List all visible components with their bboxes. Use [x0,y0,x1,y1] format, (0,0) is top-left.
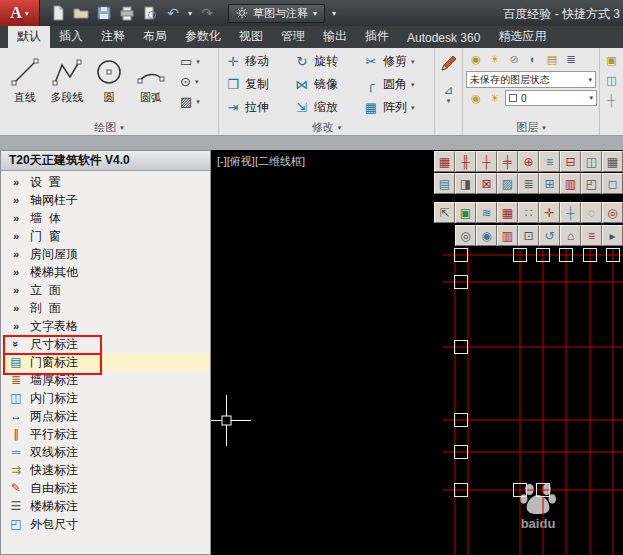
tz-toolbar-button[interactable]: ┼ [476,151,497,172]
tz-toolbar-button[interactable]: ╪ [497,151,518,172]
line-button[interactable]: 直线 [4,50,46,120]
tz-toolbar-button[interactable]: ▦ [497,202,518,223]
layer-tool-icon[interactable]: ◉ [467,51,485,67]
ribbon-tab[interactable]: Autodesk 360 [398,27,489,48]
tz-toolbar-button[interactable]: ◎ [455,225,476,246]
palette-item[interactable]: ↔ 两点标注 [1,407,210,425]
tz-toolbar-button[interactable]: ▦ [434,151,455,172]
palette-item[interactable]: ▤ 门窗标注 [1,353,210,371]
tz-toolbar-button[interactable]: ╫ [455,151,476,172]
draw-tool-button[interactable]: ▭ ▾ [172,54,214,69]
plot-icon[interactable] [119,5,135,21]
tz-toolbar-button[interactable]: ≡ [539,151,560,172]
tz-toolbar-button[interactable]: ∷ [518,202,539,223]
draw-tool-button[interactable]: ▨ ▾ [172,94,214,109]
tz-toolbar-button[interactable]: ▸ [602,225,623,246]
tz-toolbar-button[interactable]: ↺ [539,225,560,246]
palette-item[interactable]: » 轴网柱子 [1,191,210,209]
ribbon-tab[interactable]: 精选应用 [489,24,555,48]
ribbon-tab[interactable]: 视图 [230,24,272,48]
tz-toolbar-button[interactable]: ⊕ [518,151,539,172]
tz-toolbar-button[interactable]: ▤ [434,173,455,194]
palette-item[interactable]: » 墙 体 [1,209,210,227]
tz-toolbar-button[interactable]: ┼ [560,202,581,223]
modify-tool-button[interactable]: ⋈ 镜像 ▾ [294,76,361,93]
palette-item[interactable]: » 剖 面 [1,299,210,317]
palette-item[interactable]: ◰ 外包尺寸 [1,515,210,533]
modify-tool-button[interactable]: ↻ 旋转 ▾ [294,53,361,70]
tz-toolbar-button[interactable]: ◰ [581,173,602,194]
layer-tool-icon[interactable]: ≣ [562,51,580,67]
tz-toolbar-button[interactable]: ≋ [476,202,497,223]
modify-tool-button[interactable]: ⇲ 缩放 ▾ [294,99,361,116]
tz-toolbar-button[interactable]: ⇱ [434,202,455,223]
ribbon-tab[interactable]: 默认 [8,24,50,48]
undo-icon[interactable]: ↶ [165,5,181,21]
tz-toolbar-button[interactable]: ▥ [560,173,581,194]
tz-toolbar-button[interactable]: ⌂ [560,225,581,246]
palette-item[interactable]: ◫ 内门标注 [1,389,210,407]
palette-item[interactable]: ☰ 楼梯标注 [1,497,210,515]
app-menu-button[interactable]: A ▾ [0,0,40,26]
tz-toolbar-button[interactable]: ◌ [581,202,602,223]
modify-tool-button[interactable]: ✂ 修剪 ▾ [363,53,430,70]
layers-panel-label[interactable]: 图层▾ [463,120,599,135]
ribbon-tab[interactable]: 参数化 [176,24,230,48]
layer-visibility-icon[interactable]: ☀ [486,90,504,106]
arc-button[interactable]: 圆弧 [130,50,172,120]
viewport-controls[interactable]: [-][俯视][二维线框] [217,154,305,169]
palette-item[interactable]: » 楼梯其他 [1,263,210,281]
tz-toolbar-button[interactable]: ⊠ [476,173,497,194]
tz-toolbar-button[interactable]: ▨ [497,173,518,194]
ribbon-tab[interactable]: 注释 [92,24,134,48]
redo-icon[interactable]: ↷ [199,5,215,21]
ribbon-tab[interactable]: 输出 [314,24,356,48]
modify-tool-button[interactable]: ╭ 圆角 ▾ [363,76,430,93]
tz-toolbar-button[interactable]: ▣ [455,202,476,223]
tz-toolbar-button[interactable]: ◎ [602,202,623,223]
tz-toolbar-button[interactable]: ⊟ [560,151,581,172]
tz-toolbar-button[interactable]: ≣ [518,173,539,194]
tz-toolbar-button[interactable]: ≡ [581,225,602,246]
drawing-canvas[interactable]: [-][俯视][二维线框] baidu [211,150,623,555]
palette-item[interactable]: » 立 面 [1,281,210,299]
current-layer-combo[interactable]: 0 ▾ [505,90,597,106]
ribbon-tab[interactable]: 布局 [134,24,176,48]
tz-toolbar-button[interactable]: ◨ [455,173,476,194]
modify-tool-button[interactable]: ⇥ 拉伸 ▾ [225,99,292,116]
tz-toolbar-button[interactable]: ◫ [581,151,602,172]
print-preview-icon[interactable] [142,5,158,21]
palette-item[interactable]: ≣ 墙厚标注 [1,371,210,389]
ribbon-tab[interactable]: 插入 [50,24,92,48]
pencil-icon[interactable] [439,53,459,77]
draw-tool-button[interactable]: ⊙ ▾ [172,74,214,89]
draw-panel-label[interactable]: 绘图▾ [0,120,218,135]
tz-toolbar-button[interactable]: ⊞ [539,173,560,194]
palette-item[interactable]: » 房间屋顶 [1,245,210,263]
modify-panel-label[interactable]: 修改▾ [219,120,434,135]
ribbon-tab[interactable]: 管理 [272,24,314,48]
modify-tool-button[interactable]: ✛ 移动 ▾ [225,53,292,70]
modify-tool-button[interactable]: ▦ 阵列 ▾ [363,99,430,116]
tz-toolbar-button[interactable]: ▦ [602,151,623,172]
circle-button[interactable]: 圆 [88,50,130,120]
ribbon-tool-icon[interactable]: ▣ [603,52,621,68]
tz-toolbar-button[interactable]: ▥ [497,225,518,246]
ribbon-tool-icon[interactable]: ◫ [603,72,621,88]
palette-item[interactable]: » 门 窗 [1,227,210,245]
layer-state-combo[interactable]: 未保存的图层状态 ▾ [466,71,596,88]
open-file-icon[interactable] [73,5,89,21]
layer-visibility-icon[interactable]: ◉ [467,90,485,106]
qat-customize-icon[interactable]: ▾ [332,9,336,18]
palette-item[interactable]: ⇉ 快速标注 [1,461,210,479]
new-file-icon[interactable] [50,5,66,21]
layer-tool-icon[interactable]: ☀ [486,51,504,67]
modify-tool-button[interactable]: ❐ 复制 ▾ [225,76,292,93]
tz-toolbar-button[interactable]: ◉ [476,225,497,246]
workspace-selector[interactable]: 草图与注释 ▾ [228,4,325,23]
ribbon-tab[interactable]: 插件 [356,24,398,48]
tz-toolbar-button[interactable]: ◻ [602,173,623,194]
tz-toolbar-button[interactable]: ⊡ [518,225,539,246]
palette-item[interactable]: ✎ 自由标注 [1,479,210,497]
layer-tool-icon[interactable]: ▤ [543,51,561,67]
